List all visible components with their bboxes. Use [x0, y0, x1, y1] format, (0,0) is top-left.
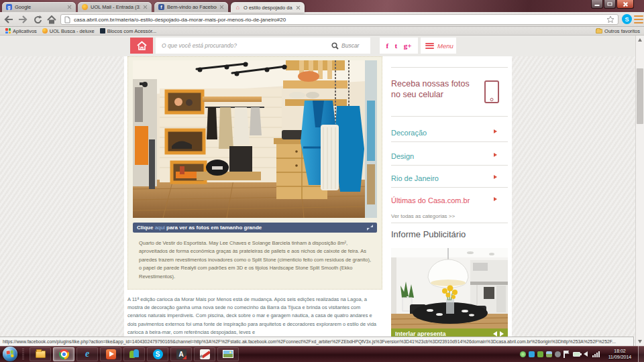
uol-favicon	[82, 4, 88, 10]
taskbar-photo-viewer[interactable]	[217, 347, 239, 361]
window-controls	[590, 0, 634, 9]
blocos-icon	[100, 28, 105, 34]
search-input[interactable]	[156, 38, 327, 54]
taskbar-clock[interactable]: 18:02 11/09/2014	[604, 348, 636, 360]
start-button[interactable]	[3, 347, 17, 361]
promo-line1: Receba nossas fotos	[391, 79, 485, 90]
scrollbar[interactable]	[635, 36, 644, 346]
googleplus-icon[interactable]: g+	[404, 42, 412, 50]
sidebar-item-decoracao[interactable]: Decoração	[391, 126, 508, 138]
expand-icon	[367, 225, 373, 231]
photo-enlarge-bar[interactable]: Clique aqui para ver as fotos em tamanho…	[133, 223, 377, 233]
promo-line2: no seu celular	[391, 90, 485, 101]
minimize-button[interactable]	[591, 0, 603, 9]
apps-grid-icon	[5, 28, 11, 34]
close-tab-icon[interactable]	[143, 5, 148, 9]
site-menu-button[interactable]: Menu	[421, 38, 456, 54]
close-tab-icon[interactable]	[67, 5, 72, 9]
bookmark-label: Blocos com Acessór...	[107, 28, 156, 34]
sidebar-item-rio-de-janeiro[interactable]: Rio de Janeiro	[391, 172, 508, 184]
chevron-right-icon	[494, 175, 497, 179]
site-home-button[interactable]	[130, 38, 153, 54]
bookmark-uol-busca[interactable]: UOL Busca - deluxe	[42, 28, 95, 34]
tab-google[interactable]: g Google	[2, 2, 76, 12]
divider	[391, 141, 508, 142]
uol-busca-icon	[42, 28, 48, 34]
promo-mobile-photos[interactable]: Receba nossas fotos no seu celular	[391, 79, 485, 100]
tab-facebook[interactable]: f Bem-vindo ao Facebook ...	[154, 2, 228, 12]
search-button[interactable]: Buscar	[329, 38, 370, 54]
all-categories-link[interactable]: Ver todas as categorias >>	[391, 213, 455, 219]
taskbar-acrobat[interactable]: A	[170, 347, 192, 361]
taskbar-media-player[interactable]	[100, 347, 121, 361]
enlarge-link[interactable]: aqui	[155, 225, 165, 231]
skype-extension-icon[interactable]: S	[622, 14, 632, 24]
bookmark-label: Outros favoritos	[604, 28, 640, 34]
action-center-flag-icon[interactable]	[564, 351, 570, 358]
ad-next-icon[interactable]	[500, 331, 504, 337]
home-icon	[136, 41, 148, 51]
scroll-down-icon[interactable]	[636, 337, 644, 346]
divider	[391, 223, 508, 223]
tab-active-casa-abril[interactable]: ⌂ O estilo despojado da Mo...	[231, 2, 305, 13]
network-icon[interactable]	[592, 351, 600, 357]
explorer-icon	[36, 351, 46, 358]
sidebar-item-label: Design	[391, 152, 414, 160]
sidebar-item-label: Últimas do Casa.com.br	[391, 196, 470, 204]
bookmark-label: Aplicativos	[13, 28, 37, 34]
taskbar-messenger[interactable]	[123, 347, 145, 361]
taskbar: e S A 18:02 11/09/2014	[0, 346, 644, 362]
bookmark-blocos[interactable]: Blocos com Acessór...	[100, 28, 156, 34]
close-tab-icon[interactable]	[219, 5, 224, 9]
article-photo[interactable]	[133, 60, 377, 218]
taskbar-paint[interactable]	[194, 347, 215, 361]
twitter-icon[interactable]: t	[395, 42, 398, 50]
bookmarks-bar: Aplicativos UOL Busca - deluxe Blocos co…	[0, 27, 644, 36]
taskbar-chrome[interactable]	[53, 347, 74, 361]
acrobat-icon: A	[176, 349, 186, 359]
tab-title: Google	[15, 4, 64, 10]
bookmark-star-icon[interactable]	[606, 15, 614, 23]
browser-toolbar: casa.abril.com.br/materia/o-estilo-despo…	[0, 12, 644, 27]
back-icon[interactable]	[3, 14, 15, 25]
battery-icon[interactable]	[573, 352, 580, 357]
show-desktop-button[interactable]	[638, 346, 644, 362]
chevron-right-icon	[494, 153, 497, 157]
tab-uol-mail[interactable]: UOL Mail - Entrada (316 n...	[78, 2, 152, 12]
search-button-label: Buscar	[341, 42, 359, 49]
maximize-button[interactable]	[604, 0, 616, 9]
clock-date: 11/09/2014	[608, 355, 632, 359]
taskbar-internet-explorer[interactable]: e	[76, 347, 98, 361]
tray-app-icon[interactable]	[529, 351, 535, 357]
sidebar-item-design[interactable]: Design	[391, 149, 508, 162]
reload-icon[interactable]	[32, 14, 44, 25]
clock-time: 18:02	[614, 349, 626, 353]
internet-explorer-icon: e	[85, 349, 89, 359]
facebook-icon[interactable]: f	[386, 42, 388, 50]
tab-title: O estilo despojado da Mo...	[244, 5, 293, 11]
close-button[interactable]	[616, 0, 634, 9]
tray-photos-icon[interactable]	[546, 351, 552, 357]
scroll-up-icon[interactable]	[636, 36, 644, 44]
forward-icon[interactable]	[17, 14, 29, 25]
windows-logo-icon	[7, 351, 14, 358]
home-nav-icon[interactable]	[46, 14, 58, 25]
sidebar-item-ultimas[interactable]: Últimas do Casa.com.br	[391, 194, 508, 206]
ad-prev-icon[interactable]	[493, 331, 497, 337]
google-favicon: g	[6, 4, 12, 10]
enlarge-text: Clique aqui para ver as fotos em tamanho…	[137, 225, 262, 231]
scrollbar-thumb[interactable]	[637, 68, 643, 124]
volume-icon[interactable]	[584, 351, 588, 357]
bookmark-apps[interactable]: Aplicativos	[5, 28, 37, 34]
taskbar-explorer[interactable]	[30, 347, 51, 361]
taskbar-skype[interactable]: S	[147, 347, 168, 361]
address-bar[interactable]: casa.abril.com.br/materia/o-estilo-despo…	[60, 14, 619, 25]
sidebar-item-label: Rio de Janeiro	[391, 174, 439, 182]
chrome-menu-icon[interactable]	[634, 15, 643, 23]
ad-image[interactable]	[391, 248, 508, 328]
other-bookmarks-button[interactable]: Outros favoritos	[596, 28, 640, 34]
tray-antivirus-icon[interactable]	[537, 351, 543, 357]
tray-sync-icon[interactable]	[520, 351, 526, 357]
close-tab-icon[interactable]	[296, 5, 301, 10]
tray-app2-icon[interactable]	[555, 351, 561, 357]
